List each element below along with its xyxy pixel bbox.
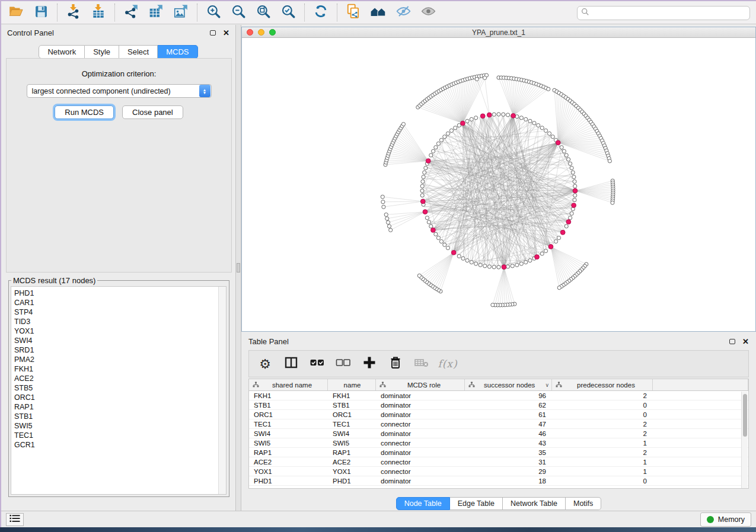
search-input[interactable] — [592, 9, 746, 17]
tab-edge-table[interactable]: Edge Table — [450, 497, 503, 510]
network-window-titlebar[interactable]: YPA_prune.txt_1 — [242, 27, 755, 38]
delete-column-button[interactable] — [385, 354, 406, 374]
plus-icon — [362, 355, 377, 372]
refresh-button[interactable] — [308, 2, 333, 23]
add-column-button[interactable] — [359, 354, 379, 374]
export-network-button[interactable] — [119, 2, 143, 23]
list-item[interactable]: STP4 — [14, 307, 226, 317]
export-image-button[interactable] — [168, 2, 193, 23]
criterion-dropdown[interactable]: largest connected component (undirected)… — [27, 84, 212, 98]
list-item[interactable]: YOX1 — [14, 326, 226, 336]
show-all-button[interactable] — [416, 2, 441, 23]
table-panel-title: Table Panel — [248, 337, 289, 346]
table-row[interactable]: ORC1ORC1dominator610 — [249, 410, 748, 419]
hierarchy-icon — [556, 382, 562, 389]
list-item[interactable]: RAP1 — [14, 402, 226, 412]
list-item[interactable]: ACE2 — [14, 374, 226, 383]
table-row[interactable]: ACE2ACE2connector311 — [249, 457, 748, 467]
table-row[interactable]: SWI5SWI5connector431 — [249, 438, 748, 448]
first-neighbors-button[interactable] — [366, 2, 391, 23]
sort-descending-icon: ∨ — [545, 382, 549, 388]
float-table-panel-button[interactable] — [729, 339, 735, 344]
tab-mcds[interactable]: MCDS — [158, 45, 197, 59]
list-item[interactable]: PMA2 — [14, 355, 226, 364]
mcds-result-list[interactable]: PHD1 CAR1 STP4 TID3 YOX1 SWI4 SRD1 PMA2 … — [11, 286, 227, 495]
list-item[interactable]: TEC1 — [14, 431, 226, 440]
deselect-all-button[interactable] — [333, 354, 353, 374]
table-toolbar: ⚙ f(x) — [248, 350, 749, 377]
table-scrollbar-thumb[interactable] — [743, 394, 747, 437]
table-row[interactable]: STB1STB1dominator620 — [249, 400, 748, 410]
memory-status-icon — [707, 516, 714, 523]
list-icon — [9, 514, 20, 525]
table-row[interactable]: PHD1PHD1dominator180 — [249, 476, 748, 486]
run-mcds-button[interactable]: Run MCDS — [55, 105, 114, 119]
list-item[interactable]: STB1 — [14, 412, 226, 421]
column-header-name[interactable]: name — [328, 379, 376, 390]
list-item[interactable]: SWI4 — [14, 336, 226, 345]
table-scrollbar[interactable] — [741, 392, 748, 488]
main-toolbar — [0, 1, 756, 24]
network-graph-canvas[interactable] — [242, 38, 755, 332]
import-table-icon — [91, 4, 106, 21]
save-session-button[interactable] — [28, 2, 53, 23]
zoom-in-button[interactable] — [201, 2, 226, 23]
list-item[interactable]: PHD1 — [14, 289, 226, 298]
close-mcds-panel-button[interactable]: Close panel — [122, 105, 183, 119]
column-header-predecessor-nodes[interactable]: predecessor nodes — [552, 379, 653, 390]
table-row[interactable]: SWI4SWI4dominator462 — [249, 429, 748, 438]
panel-menu-button[interactable] — [6, 513, 24, 526]
zoom-selected-button[interactable] — [276, 2, 301, 23]
status-bar: Memory — [0, 511, 756, 527]
network-window-title: YPA_prune.txt_1 — [242, 28, 755, 37]
list-item[interactable]: SRD1 — [14, 345, 226, 355]
tab-select[interactable]: Select — [119, 45, 158, 59]
list-item[interactable]: TID3 — [14, 317, 226, 326]
zoom-out-button[interactable] — [226, 2, 251, 23]
tab-network[interactable]: Network — [39, 45, 85, 59]
list-item[interactable]: GCR1 — [14, 440, 226, 450]
table-row[interactable]: YOX1YOX1connector291 — [249, 467, 748, 476]
list-item[interactable]: ORC1 — [14, 393, 226, 402]
float-panel-button[interactable] — [210, 30, 216, 36]
memory-button[interactable]: Memory — [700, 512, 751, 527]
copy-network-view-button[interactable] — [341, 2, 366, 23]
list-scrollbar[interactable] — [218, 287, 226, 494]
function-builder-button[interactable]: f(x) — [438, 354, 458, 374]
search-field[interactable] — [577, 6, 750, 20]
desktop-edge-top — [0, 0, 756, 1]
save-icon — [34, 4, 49, 21]
network-window: YPA_prune.txt_1 — [241, 27, 756, 332]
table-row[interactable]: RAP1RAP1dominator352 — [249, 448, 748, 457]
tab-network-table[interactable]: Network Table — [503, 497, 566, 510]
splitter-grip[interactable] — [237, 263, 240, 273]
list-item[interactable]: STB5 — [14, 383, 226, 393]
import-table-button[interactable] — [86, 2, 111, 23]
delete-table-button[interactable] — [412, 354, 432, 374]
tab-motifs[interactable]: Motifs — [566, 497, 601, 510]
select-all-button[interactable] — [307, 354, 327, 374]
hide-selected-button[interactable] — [391, 2, 416, 23]
column-header-successor-nodes[interactable]: successor nodes∨ — [465, 379, 552, 390]
list-item[interactable]: SWI5 — [14, 421, 226, 431]
export-table-button[interactable] — [143, 2, 168, 23]
tab-node-table[interactable]: Node Table — [396, 497, 450, 510]
export-network-icon — [123, 4, 139, 21]
open-file-button[interactable] — [4, 2, 28, 23]
close-panel-button[interactable]: ✕ — [223, 29, 229, 37]
table-row[interactable]: FKH1FKH1dominator962 — [249, 391, 748, 400]
table-row[interactable]: TEC1TEC1connector472 — [249, 419, 748, 429]
export-image-icon — [173, 4, 189, 21]
column-chooser-button[interactable] — [281, 354, 301, 374]
toolbar-separator — [57, 4, 58, 21]
zoom-fit-button[interactable] — [251, 2, 276, 23]
list-item[interactable]: FKH1 — [14, 364, 226, 374]
import-network-button[interactable] — [61, 2, 86, 23]
column-header-shared-name[interactable]: shared name — [249, 379, 328, 390]
list-item[interactable]: CAR1 — [14, 298, 226, 307]
table-settings-button[interactable]: ⚙ — [255, 354, 275, 374]
column-header-mcds-role[interactable]: MCDS role — [376, 379, 465, 390]
tab-style[interactable]: Style — [85, 45, 119, 59]
close-table-panel-button[interactable]: ✕ — [742, 338, 749, 345]
vertical-splitter[interactable] — [235, 25, 241, 511]
